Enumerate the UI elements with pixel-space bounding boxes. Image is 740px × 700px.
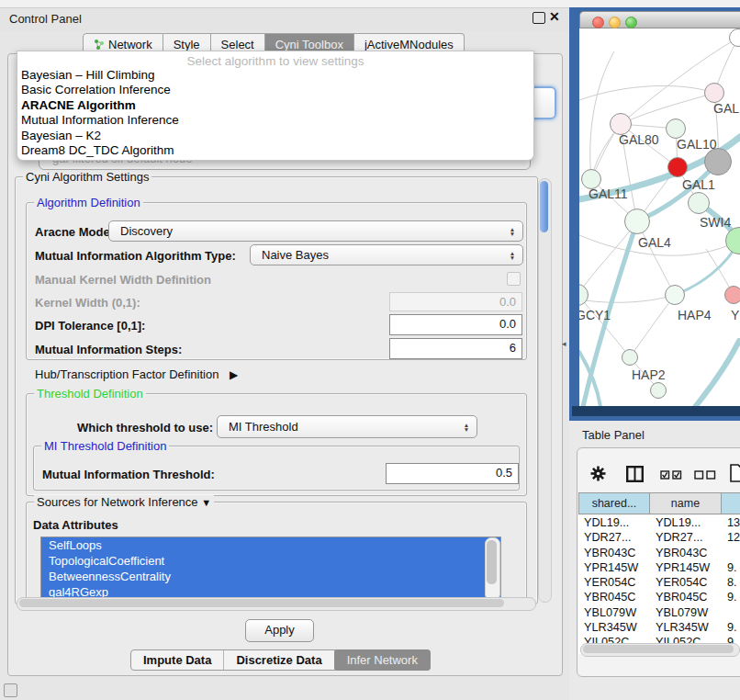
aracne-mode-label: Aracne Mode: bbox=[35, 225, 114, 239]
network-canvas[interactable]: GALGAL80GAL10GAL1GAL11SWI4GAL4GCY1HAP4YH… bbox=[579, 28, 740, 406]
table-row[interactable]: YPR145WYPR145W9. bbox=[578, 560, 740, 575]
close-window-icon[interactable] bbox=[592, 17, 604, 28]
network-node[interactable] bbox=[704, 148, 732, 175]
table-row[interactable]: YLR345WYLR345W9. bbox=[578, 620, 740, 635]
cell-col3: 13 bbox=[727, 515, 740, 530]
bottom-tab-bar: Impute DataDiscretize DataInfer Network bbox=[130, 649, 431, 671]
network-node-swi4[interactable] bbox=[688, 192, 710, 214]
column-header-col3[interactable] bbox=[722, 492, 740, 514]
splitter-handle-icon[interactable]: ◂ bbox=[562, 339, 566, 348]
attribute-item-topologicalcoefficient[interactable]: TopologicalCoefficient bbox=[41, 553, 500, 569]
document-icon[interactable] bbox=[730, 464, 740, 482]
sources-title: Sources for Network Inference bbox=[37, 495, 198, 509]
close-panel-icon[interactable]: ✕ bbox=[549, 9, 560, 24]
cell-col2: YBR043C bbox=[656, 546, 707, 560]
network-node-y[interactable] bbox=[724, 286, 740, 304]
algorithm-option-aracne-algorithm[interactable]: ARACNE Algorithm bbox=[17, 98, 533, 113]
deselect-all-checkboxes-icon[interactable] bbox=[694, 470, 716, 480]
algorithm-definition-legend: Algorithm Definition bbox=[34, 196, 143, 209]
scrollbar-thumb[interactable] bbox=[487, 540, 497, 584]
sources-legend: Sources for Network Inference ▼ bbox=[34, 495, 214, 509]
network-node-hap4[interactable] bbox=[665, 285, 685, 305]
which-threshold-combobox[interactable]: MI Threshold ▲▼ bbox=[217, 415, 477, 438]
algorithm-option-mutual-information-inference[interactable]: Mutual Information Inference bbox=[17, 113, 533, 128]
column-header-shared[interactable]: shared... bbox=[578, 492, 650, 514]
tab-label: jActiveMNodules bbox=[364, 38, 454, 51]
network-node-gal4[interactable] bbox=[624, 209, 650, 234]
data-attributes-list[interactable]: SelfLoopsTopologicalCoefficientBetweenne… bbox=[40, 536, 501, 602]
network-window-titlebar[interactable] bbox=[579, 11, 740, 28]
mi-threshold-legend: MI Threshold Definition bbox=[41, 439, 169, 453]
cell-col2: YBL079W bbox=[656, 605, 708, 620]
cell-col2: YLR345W bbox=[656, 620, 709, 635]
tab-label: Cyni Toolbox bbox=[275, 38, 343, 51]
screen: Control Panel ✕ NetworkStyleSelectCyni T… bbox=[0, 0, 740, 700]
network-node-gal[interactable] bbox=[704, 83, 724, 103]
settings-vertical-scrollbar[interactable] bbox=[538, 178, 552, 603]
network-node-gal10[interactable] bbox=[666, 119, 686, 139]
apply-button[interactable]: Apply bbox=[245, 619, 314, 642]
tab-discretize-data[interactable]: Discretize Data bbox=[224, 650, 334, 670]
mi-type-label: Mutual Information Algorithm Type: bbox=[35, 249, 236, 263]
hub-definition-toggle[interactable]: Hub/Transcription Factor Definition ▶ bbox=[35, 367, 238, 381]
network-node-gal1[interactable] bbox=[667, 157, 688, 177]
algorithm-option-bayesian-hill-climbing[interactable]: Bayesian – Hill Climbing bbox=[17, 68, 533, 83]
zoom-window-icon[interactable] bbox=[625, 17, 637, 28]
dropdown-placeholder: Select algorithm to view settings bbox=[17, 51, 533, 68]
tab-impute-data[interactable]: Impute Data bbox=[131, 650, 224, 670]
cell-col1: YDR27... bbox=[584, 530, 631, 545]
gear-icon[interactable] bbox=[590, 466, 606, 481]
algorithm-option-basic-correlation-inference[interactable]: Basic Correlation Inference bbox=[17, 83, 533, 97]
node-label-gal: GAL bbox=[713, 101, 739, 116]
mi-steps-field[interactable]: 6 bbox=[389, 338, 522, 359]
algorithm-option-dream8-dc-tdc-algorithm[interactable]: Dream8 DC_TDC Algorithm bbox=[17, 143, 533, 158]
minimized-panel-icon[interactable] bbox=[4, 683, 17, 697]
tab-label: Select bbox=[221, 38, 254, 51]
cell-col3: 12 bbox=[727, 530, 740, 545]
minimize-window-icon[interactable] bbox=[609, 17, 621, 28]
kernel-width-label: Kernel Width (0,1): bbox=[35, 296, 140, 310]
float-panel-icon[interactable] bbox=[533, 12, 545, 24]
attribute-item-selfloops[interactable]: SelfLoops bbox=[41, 537, 500, 553]
cell-col1: YLR345W bbox=[584, 620, 637, 635]
table-horizontal-scrollbar[interactable] bbox=[580, 643, 740, 657]
split-columns-icon[interactable] bbox=[626, 466, 644, 482]
network-node[interactable] bbox=[650, 382, 667, 399]
scrollbar-thumb[interactable] bbox=[583, 645, 734, 653]
tab-label: Style bbox=[174, 38, 200, 51]
node-label-y: Y bbox=[731, 308, 739, 322]
table-row[interactable]: YDR27...YDR27...12 bbox=[578, 530, 740, 545]
cell-col2: YBR045C bbox=[656, 590, 707, 604]
tab-infer-network[interactable]: Infer Network bbox=[334, 649, 431, 671]
mi-type-combobox[interactable]: Naive Bayes ▲▼ bbox=[250, 244, 523, 265]
attribute-item-betweennesscentrality[interactable]: BetweennessCentrality bbox=[41, 569, 500, 584]
network-window-bottom-frame bbox=[572, 406, 740, 416]
aracne-mode-combobox[interactable]: Discovery ▲▼ bbox=[108, 220, 523, 242]
manual-kernel-checkbox[interactable] bbox=[507, 272, 521, 286]
table-row[interactable]: YDL19...YDL19...13 bbox=[578, 515, 740, 530]
cell-col1: YBL079W bbox=[584, 605, 636, 620]
table-row[interactable]: YBR045CYBR045C9. bbox=[578, 590, 740, 604]
dpi-tolerance-field[interactable]: 0.0 bbox=[389, 314, 522, 335]
dpi-tolerance-label: DPI Tolerance [0,1]: bbox=[35, 319, 145, 333]
scrollbar-thumb[interactable] bbox=[19, 599, 504, 607]
column-header-name[interactable]: name bbox=[650, 492, 722, 514]
cyni-settings-legend: Cyni Algorithm Settings bbox=[23, 170, 151, 184]
chevron-down-icon[interactable]: ▼ bbox=[201, 497, 211, 508]
settings-horizontal-scrollbar[interactable] bbox=[17, 597, 536, 611]
network-node-hap2[interactable] bbox=[622, 349, 638, 366]
attributes-scrollbar[interactable] bbox=[485, 537, 500, 601]
cell-col1: YPR145W bbox=[584, 560, 638, 575]
mi-threshold-label: Mutual Information Threshold: bbox=[42, 468, 215, 481]
table-row[interactable]: YER054CYER054C8. bbox=[578, 575, 740, 590]
scrollbar-thumb[interactable] bbox=[540, 181, 548, 232]
algorithm-option-bayesian-k2[interactable]: Bayesian – K2 bbox=[17, 129, 533, 143]
select-all-checkboxes-icon[interactable] bbox=[660, 470, 682, 480]
cell-col3: 9. bbox=[727, 590, 737, 604]
table-row[interactable]: YBL079WYBL079W bbox=[578, 605, 740, 620]
mi-threshold-field[interactable]: 0.5 bbox=[386, 463, 519, 484]
node-label-gal11: GAL11 bbox=[589, 186, 628, 201]
stepper-icon: ▲▼ bbox=[506, 251, 519, 260]
table-row[interactable]: YBR043CYBR043C bbox=[578, 546, 740, 560]
hub-definition-label: Hub/Transcription Factor Definition bbox=[35, 367, 219, 381]
